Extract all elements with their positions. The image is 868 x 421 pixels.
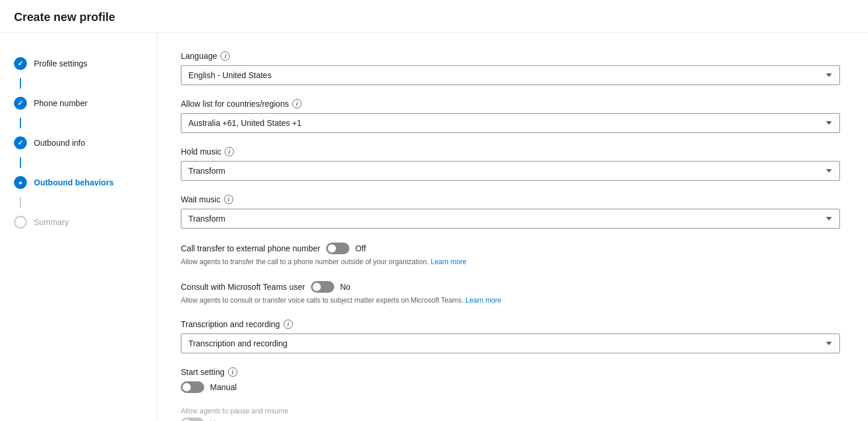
consult-teams-state: No [340,282,351,292]
wait-music-info-icon[interactable]: i [224,195,233,204]
wait-music-section: Wait music i Transform [181,195,845,229]
language-select[interactable]: English - United States [181,65,840,85]
call-transfer-label: Call transfer to external phone number [181,244,320,253]
sidebar: ✓ Profile settings ✓ Phone number ✓ Outb… [0,33,158,421]
call-transfer-state: Off [355,244,366,253]
consult-teams-section: Consult with Microsoft Teams user No All… [181,281,845,306]
wait-music-select-wrapper: Transform [181,209,840,229]
call-transfer-helper: Allow agents to transfer the call to a p… [181,257,845,267]
allow-pause-state: Yes [210,419,223,421]
start-setting-info-icon[interactable]: i [228,367,237,377]
allow-list-info-icon[interactable]: i [292,99,302,108]
consult-teams-toggle-row: Consult with Microsoft Teams user No [181,281,845,293]
step-indicator-outbound-info: ✓ [14,136,27,149]
sidebar-item-summary[interactable]: Summary [0,208,157,237]
allow-list-section: Allow list for countries/regions i Austr… [181,99,845,133]
call-transfer-section: Call transfer to external phone number O… [181,243,845,267]
call-transfer-toggle-row: Call transfer to external phone number O… [181,243,845,254]
step-connector-2 [20,118,21,128]
sidebar-item-profile-settings[interactable]: ✓ Profile settings [0,49,157,78]
transcription-section: Transcription and recording i Transcript… [181,320,845,353]
sidebar-label-summary: Summary [34,217,69,227]
allow-list-label: Allow list for countries/regions i [181,99,845,108]
sidebar-item-outbound-behaviors[interactable]: ● Outbound behaviors [0,168,157,197]
hold-music-label: Hold music i [181,147,845,156]
start-setting-toggle-row: Manual [181,381,845,393]
hold-music-select-wrapper: Transform [181,161,840,181]
transcription-select[interactable]: Transcription and recording [181,334,840,353]
step-connector-3 [20,157,21,168]
start-setting-label: Start setting i [181,367,845,377]
allow-pause-label: Allow agents to pause and resume [181,407,845,415]
allow-pause-toggle-row: Yes [181,418,845,421]
language-select-wrapper: English - United States [181,65,840,85]
hold-music-select[interactable]: Transform [181,161,840,181]
consult-teams-helper: Allow agents to consult or transfer voic… [181,295,845,306]
step-connector-4 [20,197,21,208]
allow-pause-toggle[interactable] [181,418,204,421]
step-indicator-profile-settings: ✓ [14,57,27,70]
allow-list-select-wrapper: Australia +61, United States +1 [181,113,840,133]
wait-music-label: Wait music i [181,195,845,204]
transcription-label: Transcription and recording i [181,320,845,329]
allow-pause-section: Allow agents to pause and resume Yes [181,407,845,421]
language-section: Language i English - United States [181,51,845,85]
sidebar-label-profile-settings: Profile settings [34,59,88,68]
allow-list-select[interactable]: Australia +61, United States +1 [181,113,840,133]
call-transfer-learn-more[interactable]: Learn more [430,258,466,266]
transcription-select-wrapper: Transcription and recording [181,334,840,353]
start-setting-state: Manual [210,383,237,392]
language-label: Language i [181,51,845,61]
page-header: Create new profile [0,0,868,33]
sidebar-label-outbound-info: Outbound info [34,138,85,148]
hold-music-section: Hold music i Transform [181,147,845,181]
step-indicator-outbound-behaviors: ● [14,176,27,189]
main-content: Language i English - United States Allow… [158,33,868,421]
step-indicator-phone-number: ✓ [14,97,27,110]
sidebar-item-phone-number[interactable]: ✓ Phone number [0,89,157,118]
consult-teams-toggle[interactable] [311,281,334,293]
main-layout: ✓ Profile settings ✓ Phone number ✓ Outb… [0,33,868,421]
step-indicator-summary [14,216,27,229]
sidebar-label-phone-number: Phone number [34,99,88,108]
call-transfer-toggle[interactable] [326,243,349,254]
consult-teams-label: Consult with Microsoft Teams user [181,282,305,292]
language-info-icon[interactable]: i [220,51,230,61]
page-title: Create new profile [14,10,854,24]
step-connector-1 [20,78,21,89]
hold-music-info-icon[interactable]: i [225,147,234,156]
start-setting-toggle[interactable] [181,381,204,393]
sidebar-label-outbound-behaviors: Outbound behaviors [34,178,114,187]
transcription-info-icon[interactable]: i [284,320,293,329]
sidebar-item-outbound-info[interactable]: ✓ Outbound info [0,128,157,157]
wait-music-select[interactable]: Transform [181,209,840,229]
consult-teams-learn-more[interactable]: Learn more [466,296,501,304]
start-setting-section: Start setting i Manual [181,367,845,393]
